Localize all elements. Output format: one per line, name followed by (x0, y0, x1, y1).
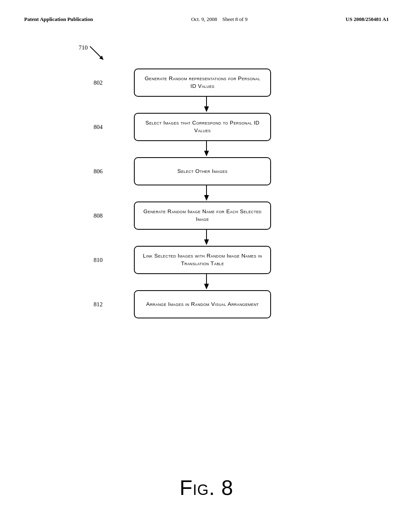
flow-arrow-5 (132, 274, 281, 290)
flow-arrow-1 (132, 97, 281, 113)
flow-node-810: 810 Link Selected Images with Random Ima… (122, 246, 291, 274)
flow-node-808: 808 Generate Random Image Name for Each … (122, 202, 291, 230)
svg-marker-11 (204, 284, 209, 289)
flow-arrow-2 (132, 141, 281, 157)
flow-node-804: 804 Select Images that Correspond to Per… (122, 113, 291, 141)
header-patent: US 2008/250481 A1 (346, 16, 389, 23)
flow-box-808: Generate Random Image Name for Each Sele… (134, 202, 271, 230)
flow-box-804: Select Images that Correspond to Persona… (134, 113, 271, 141)
flow-box-802: Generate Random representations for Pers… (134, 69, 271, 97)
patent-page: Patent Application Publication Oct. 9, 2… (0, 0, 413, 532)
flow-box-806: Select Other Images (134, 157, 271, 185)
flow-node-812: 812 Arrange Images in Random Visual Arra… (122, 290, 291, 318)
svg-marker-9 (204, 239, 209, 245)
flow-box-810: Link Selected Images with Random Image N… (134, 246, 271, 274)
flow-box-812: Arrange Images in Random Visual Arrangem… (134, 290, 271, 318)
header-title: Patent Application Publication (24, 16, 93, 23)
svg-marker-5 (204, 151, 209, 156)
flow-node-802: 802 Generate Random representations for … (122, 69, 291, 97)
arrow-710-icon (88, 44, 106, 62)
figure-label: Fig. 8 (179, 476, 234, 500)
header-date-sheet: Oct. 9, 2008 Sheet 8 of 9 (191, 16, 248, 23)
flow-arrow-4 (132, 230, 281, 246)
flow-node-806: 806 Select Other Images (122, 157, 291, 185)
svg-marker-7 (204, 195, 209, 201)
flowchart: 802 Generate Random representations for … (122, 69, 291, 318)
label-710: 710 (79, 44, 106, 62)
page-header: Patent Application Publication Oct. 9, 2… (24, 16, 389, 23)
flow-arrow-3 (132, 185, 281, 202)
svg-marker-3 (204, 106, 209, 112)
